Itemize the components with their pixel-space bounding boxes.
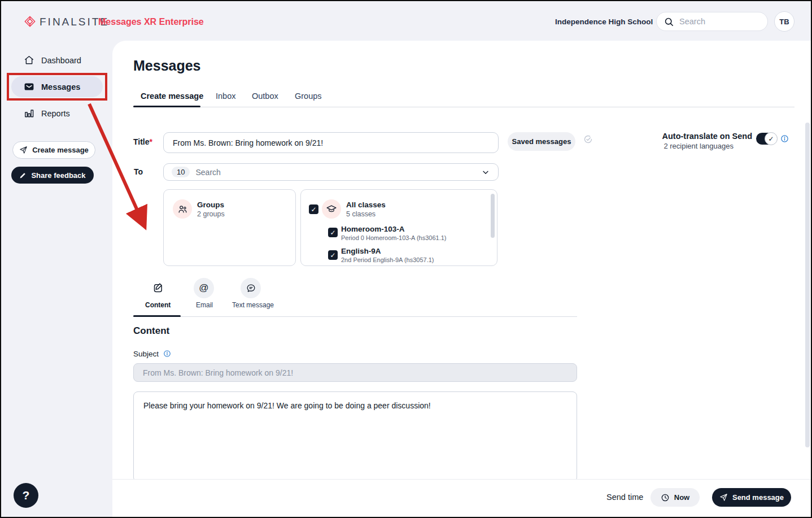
sidebar-item-messages[interactable]: Messages [11,76,103,97]
now-label: Now [674,493,689,502]
send-footer-bar [112,479,812,518]
recipients-select[interactable]: 10 Search [163,163,499,181]
sidebar-item-reports[interactable]: Reports [24,108,70,119]
send-time-now-button[interactable]: Now [651,488,700,507]
message-body-input[interactable]: Please bring your homework on 9/21! We a… [133,391,577,482]
to-label: To [134,167,143,176]
class-checkbox[interactable]: ✓ [328,250,338,260]
title-label: Title* [133,137,152,146]
create-message-label: Create message [32,146,89,154]
sidebar-item-label: Messages [41,82,80,92]
subject-label: Subject [133,350,159,358]
search-input[interactable] [679,17,753,26]
user-avatar[interactable]: TB [774,11,794,32]
channel-tab-email-icon[interactable]: @ [194,278,214,298]
groups-panel-title: Groups [197,201,224,209]
paper-plane-icon [719,493,728,502]
edit-square-icon[interactable] [152,282,164,294]
at-sign-icon: @ [199,282,208,294]
saved-messages-button[interactable]: Saved messages [508,132,575,151]
send-message-label: Send message [732,493,784,502]
autotranslate-toggle[interactable]: ✓ [756,133,776,145]
global-search[interactable] [656,12,768,31]
tab-outbox[interactable]: Outbox [252,92,278,101]
envelope-icon [24,81,34,92]
channel-tab-sms-icon[interactable] [241,278,261,298]
share-feedback-button[interactable]: Share feedback [11,167,94,184]
autotranslate-label: Auto-translate on Send [628,132,752,141]
share-feedback-label: Share feedback [31,171,85,180]
class-name: English-9A [341,247,381,255]
toggle-check-icon: ✓ [765,132,778,145]
send-message-button[interactable]: Send message [712,488,791,507]
channel-tab-text-message[interactable]: Text message [232,301,274,309]
sidebar-item-label: Dashboard [41,56,81,65]
send-time-label: Send time [606,493,643,502]
classes-panel-subtitle: 5 classes [346,210,376,218]
class-checkbox[interactable]: ✓ [328,228,338,237]
page-title: Messages [133,58,201,74]
product-name: Messages XR Enterprise [98,17,204,27]
clock-icon [661,493,670,502]
finalsite-logo-icon [24,15,36,28]
message-title-input[interactable] [163,132,499,153]
chevron-down-icon [481,168,490,177]
active-tab-indicator [133,106,200,107]
search-icon [663,16,674,27]
all-classes-checkbox[interactable]: ✓ [309,204,318,214]
help-button[interactable]: ? [14,483,38,508]
tab-create-message[interactable]: Create message [141,92,203,101]
panel-scrollbar[interactable] [491,194,495,238]
app-window: FINALSITE Messages XR Enterprise Indepen… [0,0,812,518]
speech-bubble-icon [246,283,256,294]
people-icon [177,204,188,215]
class-name: Homeroom-103-A [341,225,405,233]
groups-avatar [173,199,192,219]
classes-panel: ✓ All classes 5 classes ✓ Homeroom-103-A… [300,189,497,266]
bar-chart-icon [24,108,34,119]
active-channel-indicator [133,315,181,317]
classes-panel-title: All classes [346,201,386,209]
groups-panel-subtitle: 2 groups [197,210,225,218]
tabbar-divider [133,107,794,107]
pencil-icon [19,172,27,179]
sidebar-item-label: Reports [41,109,70,118]
groups-panel[interactable]: Groups 2 groups [163,189,296,266]
home-icon [24,55,34,66]
tab-groups[interactable]: Groups [295,92,322,101]
graduation-cap-icon [326,203,337,215]
channel-tab-email[interactable]: Email [196,301,213,309]
tab-inbox[interactable]: Inbox [216,92,235,101]
subject-input [133,363,577,382]
channel-tabbar-divider [133,316,577,317]
class-detail: Period 0 Homeroom-103-A (hs3061.1) [341,234,446,241]
class-detail: 2nd Period English-9A (hs3057.1) [341,256,434,263]
autotranslate-sublabel: 2 recipient languages [628,142,734,150]
sidebar-item-dashboard[interactable]: Dashboard [24,55,81,66]
content-section-heading: Content [133,325,169,337]
info-icon[interactable] [780,134,789,143]
required-asterisk: * [150,137,152,146]
recipient-count-badge: 10 [172,167,190,177]
page-scrollbar[interactable] [805,123,810,447]
channel-tab-content[interactable]: Content [145,301,171,309]
paper-plane-icon [19,146,28,154]
classes-avatar [322,199,341,219]
recipients-search-placeholder: Search [195,168,220,177]
school-name: Independence High School [555,18,653,26]
check-circle-icon [583,134,593,144]
create-message-button[interactable]: Create message [12,141,95,159]
subject-info-icon[interactable] [163,350,171,358]
